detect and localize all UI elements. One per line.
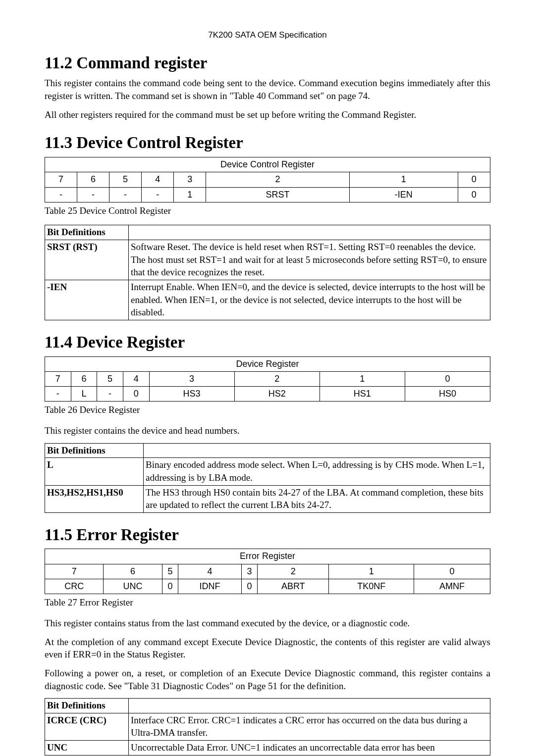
bitdef-header: Bit Definitions xyxy=(45,699,129,713)
table-27-caption: Table 27 Error Register xyxy=(45,596,490,609)
error-register-bitdef-table: Bit Definitions ICRCE (CRC)Interface CRC… xyxy=(45,698,490,756)
device-register-table: Device Register 76543210 -L-0HS3HS2HS1HS… xyxy=(45,356,490,402)
doc-header: 7K200 SATA OEM Specification xyxy=(45,30,490,41)
bitdef-desc: The HS3 through HS0 contain bits 24-27 o… xyxy=(144,485,490,512)
section-11-2-heading: 11.2 Command register xyxy=(45,52,490,74)
bit-index-row: 76543210 xyxy=(45,564,490,579)
section-11-5-p3: Following a power on, a reset, or comple… xyxy=(45,667,490,692)
table-title: Device Control Register xyxy=(45,157,490,172)
section-11-5-p2: At the completion of any command except … xyxy=(45,636,490,661)
section-11-2-p1: This register contains the command code … xyxy=(45,77,490,102)
bit-index-row: 76543210 xyxy=(45,172,490,187)
bitdef-label: SRST (RST) xyxy=(45,240,129,280)
bitdef-desc: Software Reset. The device is held reset… xyxy=(129,240,490,280)
bitdef-desc: Interface CRC Error. CRC=1 indicates a C… xyxy=(129,713,490,740)
bitdef-header: Bit Definitions xyxy=(45,225,129,240)
section-11-4-intro: This register contains the device and he… xyxy=(45,424,490,437)
bitdef-desc: Binary encoded address mode select. When… xyxy=(144,458,490,485)
table-25-caption: Table 25 Device Control Register xyxy=(45,204,490,217)
bitdef-label: -IEN xyxy=(45,280,129,320)
device-control-bitdef-table: Bit Definitions SRST (RST)Software Reset… xyxy=(45,225,490,320)
bitdef-label: UNC xyxy=(45,741,129,756)
bit-value-row: -L-0HS3HS2HS1HS0 xyxy=(45,387,490,402)
bitdef-header: Bit Definitions xyxy=(45,443,144,458)
bit-index-row: 76543210 xyxy=(45,371,490,386)
table-26-caption: Table 26 Device Register xyxy=(45,403,490,416)
bitdef-label: L xyxy=(45,458,144,485)
bitdef-desc: Uncorrectable Data Error. UNC=1 indicate… xyxy=(129,741,490,756)
section-11-5-heading: 11.5 Error Register xyxy=(45,524,490,546)
device-register-bitdef-table: Bit Definitions LBinary encoded address … xyxy=(45,443,490,513)
table-title: Error Register xyxy=(45,549,490,564)
section-11-5-p1: This register contains status from the l… xyxy=(45,617,490,630)
bitdef-label: ICRCE (CRC) xyxy=(45,713,129,740)
section-11-2-p2: All other registers required for the com… xyxy=(45,108,490,121)
bit-value-row: CRCUNC0IDNF0ABRTTK0NFAMNF xyxy=(45,579,490,594)
error-register-table: Error Register 76543210 CRCUNC0IDNF0ABRT… xyxy=(45,549,490,594)
bitdef-label: HS3,HS2,HS1,HS0 xyxy=(45,485,144,512)
bit-value-row: ----1SRST-IEN0 xyxy=(45,187,490,202)
bitdef-desc: Interrupt Enable. When IEN=0, and the de… xyxy=(129,280,490,320)
section-11-3-heading: 11.3 Device Control Register xyxy=(45,132,490,154)
device-control-register-table: Device Control Register 76543210 ----1SR… xyxy=(45,157,490,202)
section-11-4-heading: 11.4 Device Register xyxy=(45,331,490,353)
table-title: Device Register xyxy=(45,356,490,371)
